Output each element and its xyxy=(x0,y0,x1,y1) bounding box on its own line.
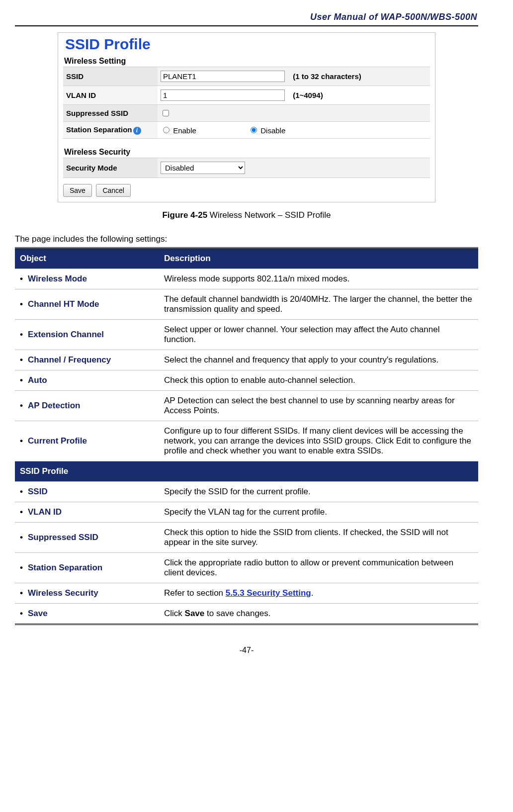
table-row: • Current ProfileConfigure up to four di… xyxy=(15,421,478,461)
table-row: • Channel / FrequencySelect the channel … xyxy=(15,350,478,370)
figure-caption: Figure 4-25 Wireless Network – SSID Prof… xyxy=(15,210,478,220)
table-row: • Extension ChannelSelect upper or lower… xyxy=(15,320,478,350)
cancel-button[interactable]: Cancel xyxy=(96,184,131,197)
ssid-row-label: SSID xyxy=(63,67,158,86)
description-cell: Click Save to save changes. xyxy=(159,604,478,625)
object-header: Object xyxy=(15,248,159,269)
ssid-profile-section: SSID Profile xyxy=(15,461,478,482)
description-header: Description xyxy=(159,248,478,269)
object-cell: • AP Detection xyxy=(15,391,159,421)
table-row: • SaveClick Save to save changes. xyxy=(15,604,478,625)
security-mode-select[interactable]: Disabled xyxy=(161,162,245,174)
table-row: • Suppressed SSIDCheck this option to hi… xyxy=(15,523,478,553)
table-row: • AP DetectionAP Detection can select th… xyxy=(15,391,478,421)
station-sep-row-label: Station Separationi xyxy=(63,122,158,139)
suppressed-row-label: Suppressed SSID xyxy=(63,105,158,122)
station-sep-disable-option[interactable]: Disable xyxy=(248,126,285,135)
ssid-profile-panel: SSID Profile Wireless Setting SSID (1 to… xyxy=(58,32,435,202)
ssid-input[interactable] xyxy=(161,71,285,82)
wireless-security-table: Security Mode Disabled xyxy=(63,158,430,178)
info-icon[interactable]: i xyxy=(133,127,141,135)
description-cell: AP Detection can select the best channel… xyxy=(159,391,478,421)
object-cell: • Wireless Security xyxy=(15,583,159,604)
description-cell: Configure up to four different SSIDs. If… xyxy=(159,421,478,461)
station-sep-text: Station Separation xyxy=(66,125,132,134)
table-row: • AutoCheck this option to enable auto-c… xyxy=(15,370,478,391)
object-cell: • Auto xyxy=(15,370,159,391)
wireless-setting-heading: Wireless Setting xyxy=(64,57,430,66)
object-cell: • Station Separation xyxy=(15,553,159,583)
panel-title: SSID Profile xyxy=(65,36,428,53)
vlan-row-label: VLAN ID xyxy=(63,86,158,105)
header-rule xyxy=(15,25,478,26)
description-cell: The default channel bandwidth is 20/40MH… xyxy=(159,289,478,320)
ssid-hint: (1 to 32 characters) xyxy=(293,72,361,81)
security-setting-link[interactable]: 5.5.3 Security Setting xyxy=(226,588,311,598)
vlan-input[interactable] xyxy=(161,90,285,101)
table-row: • Channel HT ModeThe default channel ban… xyxy=(15,289,478,320)
object-cell: • SSID xyxy=(15,482,159,502)
figure-number: Figure 4-25 xyxy=(162,210,207,220)
description-cell: Specify the VLAN tag for the current pro… xyxy=(159,502,478,523)
wireless-setting-table: SSID (1 to 32 characters) VLAN ID (1~409… xyxy=(63,67,430,139)
station-sep-disable-radio[interactable] xyxy=(251,127,257,133)
enable-label: Enable xyxy=(173,126,196,135)
save-button[interactable]: Save xyxy=(63,184,92,197)
table-row: • Station SeparationClick the appropriat… xyxy=(15,553,478,583)
description-cell: Select the channel and frequency that ap… xyxy=(159,350,478,370)
settings-description-table: Object Description • Wireless ModeWirele… xyxy=(15,247,478,625)
object-cell: • Current Profile xyxy=(15,421,159,461)
object-cell: • Channel HT Mode xyxy=(15,289,159,320)
figure-caption-text: Wireless Network – SSID Profile xyxy=(207,210,331,220)
suppressed-checkbox[interactable] xyxy=(163,110,169,116)
description-cell: Check this option to hide the SSID from … xyxy=(159,523,478,553)
description-cell: Check this option to enable auto-channel… xyxy=(159,370,478,391)
station-sep-enable-option[interactable]: Enable xyxy=(161,126,198,135)
table-row: • Wireless ModeWireless mode supports 80… xyxy=(15,269,478,289)
object-cell: • Save xyxy=(15,604,159,625)
description-cell: Refer to section 5.5.3 Security Setting. xyxy=(159,583,478,604)
object-cell: • Channel / Frequency xyxy=(15,350,159,370)
object-cell: • VLAN ID xyxy=(15,502,159,523)
wireless-security-heading: Wireless Security xyxy=(64,148,430,157)
table-row: • SSIDSpecify the SSID for the current p… xyxy=(15,482,478,502)
figure-wrap: SSID Profile Wireless Setting SSID (1 to… xyxy=(15,32,478,202)
object-cell: • Wireless Mode xyxy=(15,269,159,289)
table-row: • VLAN IDSpecify the VLAN tag for the cu… xyxy=(15,502,478,523)
description-cell: Click the appropriate radio button to al… xyxy=(159,553,478,583)
security-mode-row-label: Security Mode xyxy=(63,158,158,178)
description-cell: Specify the SSID for the current profile… xyxy=(159,482,478,502)
table-row: • Wireless SecurityRefer to section 5.5.… xyxy=(15,583,478,604)
object-cell: • Suppressed SSID xyxy=(15,523,159,553)
station-sep-enable-radio[interactable] xyxy=(163,127,170,133)
vlan-hint: (1~4094) xyxy=(293,91,323,99)
description-cell: Wireless mode supports 802.11a/n mixed m… xyxy=(159,269,478,289)
page-number: -47- xyxy=(15,646,478,655)
object-cell: • Extension Channel xyxy=(15,320,159,350)
description-cell: Select upper or lower channel. Your sele… xyxy=(159,320,478,350)
disable-label: Disable xyxy=(260,126,285,135)
document-title: User Manual of WAP-500N/WBS-500N xyxy=(15,12,478,22)
intro-text: The page includes the following settings… xyxy=(15,234,478,244)
